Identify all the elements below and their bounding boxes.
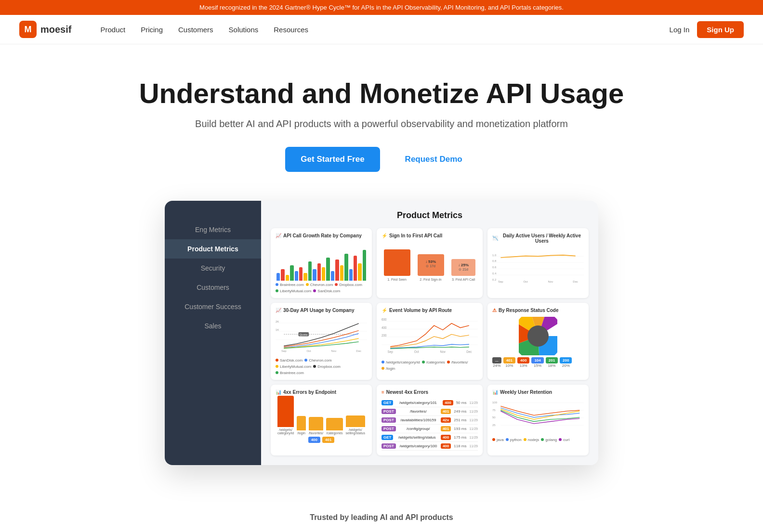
chart-icon-growth: 📈: [276, 233, 281, 238]
svg-rect-0: [384, 249, 410, 276]
hero-section: Understand and Monetize API Usage Build …: [0, 44, 763, 484]
svg-text:1. First Seen: 1. First Seen: [387, 278, 407, 281]
nav-solutions[interactable]: Solutions: [229, 26, 259, 34]
nav-customers[interactable]: Customers: [178, 26, 213, 34]
get-started-button[interactable]: Get Started Free: [285, 147, 380, 172]
chart-30day-usage: 📈 30-Day API Usage by Company 2K 1K Quot…: [271, 303, 372, 380]
dashboard-mockup: Eng Metrics Product Metrics Security Cus…: [165, 201, 598, 465]
svg-text:Quota: Quota: [300, 333, 308, 336]
line-chart-dau: 1.0 0.8 0.6 0.4 0.2 Sep Oct Nov Dec: [492, 247, 584, 286]
hero-headline: Understand and Monetize API Usage: [19, 78, 744, 109]
chart-icon-4xx: 📊: [276, 389, 281, 395]
svg-text:100: 100: [492, 401, 498, 404]
chart-4xx-errors: 📊 4xx Errors by Endpoint /widgets/catego…: [271, 385, 372, 455]
svg-text:Oct: Oct: [306, 350, 311, 352]
sidebar-item-customers[interactable]: Customers: [165, 278, 261, 297]
chart-response-status: ⚠ By Response Status Code: [487, 303, 589, 380]
hero-subheadline: Build better AI and API products with a …: [19, 118, 744, 130]
svg-text:Dec: Dec: [466, 350, 472, 353]
chart-funnel: ⚡ Sign In to First API Call 1. Fir: [377, 228, 483, 298]
svg-text:75: 75: [492, 408, 496, 411]
pie-chart-status: [492, 317, 584, 355]
error-row: GET /widgets/selling/status 400 175 ms 1…: [382, 433, 478, 442]
status-code-row: ... 24% 401 10% 400 13% 104: [492, 357, 584, 368]
bar-chart-growth: [276, 242, 367, 281]
dashboard-title: Product Metrics: [271, 210, 589, 221]
error-row: POST /config/group/ 401 193 ms 11/29: [382, 425, 478, 433]
svg-text:400: 400: [382, 325, 387, 329]
charts-grid: 📈 API Call Growth Rate by Company: [271, 228, 589, 455]
funnel-chart: 1. First Seen 2. First Sign-In 3. First …: [382, 242, 478, 285]
svg-text:0.6: 0.6: [492, 266, 497, 269]
nav-product[interactable]: Product: [100, 26, 125, 34]
error-list: GET /widgets/category/101 400 50 ms 11/2…: [382, 399, 478, 451]
svg-text:Sep: Sep: [498, 280, 503, 283]
svg-text:0.2: 0.2: [492, 278, 497, 281]
chart-api-call-growth: 📈 API Call Growth Rate by Company: [271, 228, 372, 298]
signup-button[interactable]: Sign Up: [697, 21, 744, 38]
logo-text: moesif: [40, 24, 71, 35]
svg-text:⊙ 21d: ⊙ 21d: [459, 268, 468, 271]
error-row: POST /widgets/category/100 400 118 ms 11…: [382, 442, 478, 451]
chart-icon-list: ≡: [382, 389, 384, 395]
dashboard-main: Product Metrics 📈 API Call Growth Rate b…: [261, 201, 598, 465]
4xx-badge-row: 400 401: [276, 437, 367, 443]
chart-weekly-retention: 📊 Weekly User Retention 100 75 50 25: [487, 385, 589, 455]
nav-links: Product Pricing Customers Solutions Reso…: [100, 26, 669, 34]
svg-text:⊙ 17d: ⊙ 17d: [426, 264, 435, 268]
svg-text:↓ 53%: ↓ 53%: [425, 260, 436, 264]
svg-text:1K: 1K: [276, 328, 279, 331]
svg-text:0.4: 0.4: [492, 272, 497, 275]
login-button[interactable]: Log In: [670, 26, 690, 34]
nav-actions: Log In Sign Up: [670, 21, 744, 38]
svg-text:Dec: Dec: [573, 280, 578, 283]
nav-pricing[interactable]: Pricing: [141, 26, 163, 34]
svg-text:Nov: Nov: [548, 280, 553, 283]
chart-dau-wau: 📉 Daily Active Users / Weekly Active Use…: [487, 228, 589, 298]
logo[interactable]: M moesif: [19, 21, 71, 38]
error-row: POST /favorites/ 401 249 ms 11/29: [382, 407, 478, 416]
chart-icon-event: ⚡: [382, 308, 387, 313]
svg-text:Oct: Oct: [414, 350, 419, 353]
error-row: POST /availabilities/109159 42x 251 ms 1…: [382, 416, 478, 425]
sidebar-item-eng-metrics[interactable]: Eng Metrics: [165, 220, 261, 239]
svg-text:2. First Sign-In: 2. First Sign-In: [420, 278, 442, 282]
hero-buttons: Get Started Free Request Demo: [19, 147, 744, 172]
chart-legend-30day: SanDisk.com Chevron.com LibertyMutual.co…: [276, 358, 367, 375]
svg-text:0.8: 0.8: [492, 260, 497, 262]
chart-legend-event: /widgets/category/id /categories /favori…: [382, 360, 478, 371]
chart-icon-30day: 📈: [276, 308, 281, 313]
request-demo-button[interactable]: Request Demo: [390, 147, 478, 172]
svg-text:Sep: Sep: [388, 350, 394, 354]
line-chart-retention: 100 75 50 25: [492, 399, 584, 434]
svg-text:Nov: Nov: [331, 350, 337, 352]
svg-text:Sep: Sep: [281, 350, 287, 352]
announcement-banner: Moesif recognized in the 2024 Gartner® H…: [0, 0, 763, 15]
sidebar-item-customer-success[interactable]: Customer Success: [165, 297, 261, 316]
nav-resources[interactable]: Resources: [274, 26, 308, 34]
svg-text:600: 600: [382, 318, 387, 321]
svg-text:1.0: 1.0: [492, 253, 497, 256]
svg-point-52: [527, 325, 549, 347]
svg-text:Nov: Nov: [440, 350, 446, 353]
chart-newest-4xx: ≡ Newest 4xx Errors GET /widgets/categor…: [377, 385, 483, 455]
svg-text:Dec: Dec: [356, 350, 361, 352]
sidebar-item-product-metrics[interactable]: Product Metrics: [165, 239, 261, 259]
svg-text:3. First API Call: 3. First API Call: [452, 278, 475, 281]
error-row: GET /widgets/category/101 400 50 ms 11/2…: [382, 399, 478, 407]
line-chart-event: 600 400 200 Sep Oct Nov Dec: [382, 317, 478, 356]
navbar: M moesif Product Pricing Customers Solut…: [0, 15, 763, 44]
svg-text:2K: 2K: [276, 320, 279, 323]
dashboard-sidebar: Eng Metrics Product Metrics Security Cus…: [165, 201, 261, 465]
chart-legend-retention: java python nodejs golang curl: [492, 438, 584, 442]
sidebar-item-security[interactable]: Security: [165, 259, 261, 278]
logo-icon: M: [19, 21, 37, 38]
bar-chart-4xx: /widgets/category/id /login /favorites/: [276, 399, 367, 435]
chart-legend-growth: Braintree.com Chevron.com Dropbox.com Li…: [276, 283, 367, 293]
line-chart-30day: 2K 1K Quota Sep Oct: [276, 317, 367, 354]
sidebar-item-sales[interactable]: Sales: [165, 316, 261, 336]
svg-text:Oct: Oct: [523, 280, 528, 283]
svg-text:25: 25: [492, 424, 496, 427]
chart-icon-retention: 📊: [492, 389, 498, 395]
chart-event-volume: ⚡ Event Volume by API Route 600 400 200: [377, 303, 483, 380]
